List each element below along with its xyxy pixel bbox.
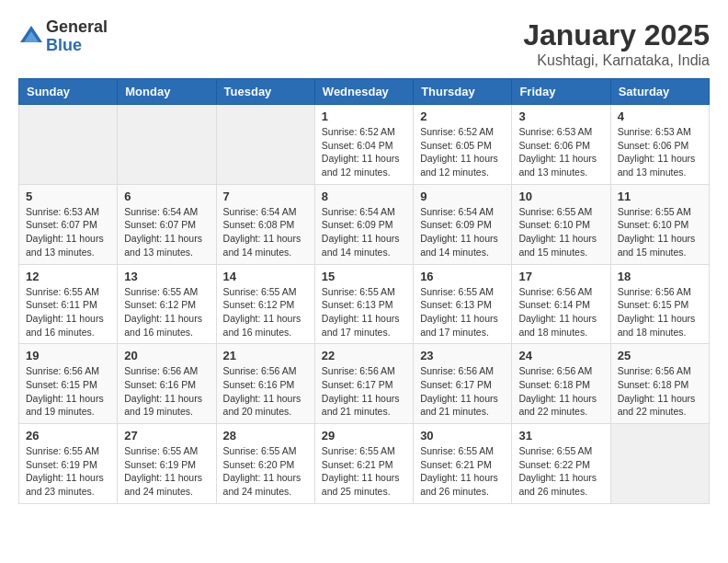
calendar-cell: 3Sunrise: 6:53 AM Sunset: 6:06 PM Daylig… [512, 105, 610, 185]
calendar-cell: 9Sunrise: 6:54 AM Sunset: 6:09 PM Daylig… [414, 184, 512, 264]
day-info: Sunrise: 6:55 AM Sunset: 6:10 PM Dayligh… [518, 205, 603, 259]
calendar-cell [118, 105, 216, 185]
day-info: Sunrise: 6:56 AM Sunset: 6:15 PM Dayligh… [26, 364, 110, 419]
day-number: 2 [420, 109, 505, 123]
calendar-cell: 13Sunrise: 6:55 AM Sunset: 6:12 PM Dayli… [118, 264, 216, 344]
day-number: 24 [518, 349, 603, 362]
calendar-cell [216, 105, 314, 185]
day-info: Sunrise: 6:55 AM Sunset: 6:13 PM Dayligh… [322, 285, 406, 339]
day-info: Sunrise: 6:53 AM Sunset: 6:06 PM Dayligh… [518, 125, 603, 179]
calendar-cell: 28Sunrise: 6:55 AM Sunset: 6:20 PM Dayli… [216, 424, 314, 504]
day-number: 8 [322, 190, 406, 203]
day-number: 17 [518, 270, 603, 283]
day-info: Sunrise: 6:55 AM Sunset: 6:12 PM Dayligh… [223, 285, 308, 339]
day-info: Sunrise: 6:56 AM Sunset: 6:14 PM Dayligh… [518, 285, 603, 339]
calendar-cell: 18Sunrise: 6:56 AM Sunset: 6:15 PM Dayli… [610, 264, 709, 344]
calendar-cell: 21Sunrise: 6:56 AM Sunset: 6:16 PM Dayli… [216, 344, 314, 424]
day-number: 11 [618, 190, 702, 203]
day-number: 28 [223, 429, 308, 442]
day-number: 27 [124, 429, 209, 442]
day-info: Sunrise: 6:55 AM Sunset: 6:19 PM Dayligh… [26, 444, 110, 499]
title-section: January 2025 Kushtagi, Karnataka, India [523, 18, 710, 69]
day-number: 26 [26, 429, 110, 442]
calendar-cell: 8Sunrise: 6:54 AM Sunset: 6:09 PM Daylig… [314, 184, 413, 264]
calendar-week-row: 1Sunrise: 6:52 AM Sunset: 6:04 PM Daylig… [19, 105, 710, 185]
day-info: Sunrise: 6:56 AM Sunset: 6:18 PM Dayligh… [618, 364, 702, 419]
day-number: 19 [26, 349, 110, 362]
day-number: 13 [124, 270, 209, 283]
logo: General Blue [18, 18, 108, 55]
day-info: Sunrise: 6:53 AM Sunset: 6:06 PM Dayligh… [618, 125, 702, 179]
day-info: Sunrise: 6:55 AM Sunset: 6:12 PM Dayligh… [124, 285, 209, 339]
day-number: 5 [26, 190, 110, 203]
calendar-cell: 24Sunrise: 6:56 AM Sunset: 6:18 PM Dayli… [512, 344, 610, 424]
calendar-cell: 12Sunrise: 6:55 AM Sunset: 6:11 PM Dayli… [19, 264, 118, 344]
day-info: Sunrise: 6:55 AM Sunset: 6:10 PM Dayligh… [618, 205, 702, 259]
calendar-cell: 25Sunrise: 6:56 AM Sunset: 6:18 PM Dayli… [610, 344, 709, 424]
logo-blue: Blue [46, 37, 108, 55]
calendar-cell [19, 105, 118, 185]
calendar-cell: 11Sunrise: 6:55 AM Sunset: 6:10 PM Dayli… [610, 184, 709, 264]
calendar-cell: 20Sunrise: 6:56 AM Sunset: 6:16 PM Dayli… [118, 344, 216, 424]
header-tuesday: Tuesday [216, 79, 314, 105]
calendar-cell: 4Sunrise: 6:53 AM Sunset: 6:06 PM Daylig… [610, 105, 709, 185]
day-info: Sunrise: 6:55 AM Sunset: 6:13 PM Dayligh… [420, 285, 505, 339]
calendar-cell: 30Sunrise: 6:55 AM Sunset: 6:21 PM Dayli… [414, 424, 512, 504]
day-info: Sunrise: 6:54 AM Sunset: 6:08 PM Dayligh… [223, 205, 308, 259]
calendar-cell: 7Sunrise: 6:54 AM Sunset: 6:08 PM Daylig… [216, 184, 314, 264]
calendar-week-row: 12Sunrise: 6:55 AM Sunset: 6:11 PM Dayli… [19, 264, 710, 344]
calendar-cell: 19Sunrise: 6:56 AM Sunset: 6:15 PM Dayli… [19, 344, 118, 424]
day-number: 16 [420, 270, 505, 283]
calendar-cell: 15Sunrise: 6:55 AM Sunset: 6:13 PM Dayli… [314, 264, 413, 344]
day-number: 29 [322, 429, 406, 442]
header-sunday: Sunday [19, 79, 118, 105]
logo-icon [18, 24, 44, 50]
day-info: Sunrise: 6:55 AM Sunset: 6:19 PM Dayligh… [124, 444, 209, 499]
day-number: 14 [223, 270, 308, 283]
header-thursday: Thursday [414, 79, 512, 105]
day-info: Sunrise: 6:52 AM Sunset: 6:05 PM Dayligh… [420, 125, 505, 179]
calendar-cell: 22Sunrise: 6:56 AM Sunset: 6:17 PM Dayli… [314, 344, 413, 424]
calendar-cell: 27Sunrise: 6:55 AM Sunset: 6:19 PM Dayli… [118, 424, 216, 504]
logo-text: General Blue [46, 18, 108, 55]
calendar-cell: 14Sunrise: 6:55 AM Sunset: 6:12 PM Dayli… [216, 264, 314, 344]
calendar-cell: 16Sunrise: 6:55 AM Sunset: 6:13 PM Dayli… [414, 264, 512, 344]
day-info: Sunrise: 6:56 AM Sunset: 6:16 PM Dayligh… [124, 364, 209, 419]
calendar-header-row: SundayMondayTuesdayWednesdayThursdayFrid… [19, 79, 710, 105]
calendar-cell: 2Sunrise: 6:52 AM Sunset: 6:05 PM Daylig… [414, 105, 512, 185]
day-number: 10 [518, 190, 603, 203]
calendar-week-row: 26Sunrise: 6:55 AM Sunset: 6:19 PM Dayli… [19, 424, 710, 504]
day-number: 6 [124, 190, 209, 203]
day-number: 22 [322, 349, 406, 362]
calendar-cell [610, 424, 709, 504]
calendar-cell: 1Sunrise: 6:52 AM Sunset: 6:04 PM Daylig… [314, 105, 413, 185]
day-number: 1 [322, 109, 406, 123]
day-info: Sunrise: 6:56 AM Sunset: 6:17 PM Dayligh… [420, 364, 505, 419]
day-number: 31 [518, 429, 603, 442]
calendar-cell: 17Sunrise: 6:56 AM Sunset: 6:14 PM Dayli… [512, 264, 610, 344]
day-number: 23 [420, 349, 505, 362]
calendar-table: SundayMondayTuesdayWednesdayThursdayFrid… [18, 78, 710, 504]
month-title: January 2025 [523, 18, 710, 52]
day-info: Sunrise: 6:56 AM Sunset: 6:15 PM Dayligh… [618, 285, 702, 339]
day-info: Sunrise: 6:55 AM Sunset: 6:21 PM Dayligh… [322, 444, 406, 499]
day-info: Sunrise: 6:54 AM Sunset: 6:09 PM Dayligh… [322, 205, 406, 259]
calendar-week-row: 19Sunrise: 6:56 AM Sunset: 6:15 PM Dayli… [19, 344, 710, 424]
day-number: 12 [26, 270, 110, 283]
day-number: 3 [518, 109, 603, 123]
day-info: Sunrise: 6:52 AM Sunset: 6:04 PM Dayligh… [322, 125, 406, 179]
calendar-cell: 6Sunrise: 6:54 AM Sunset: 6:07 PM Daylig… [118, 184, 216, 264]
header-friday: Friday [512, 79, 610, 105]
day-number: 18 [618, 270, 702, 283]
day-number: 21 [223, 349, 308, 362]
day-number: 4 [618, 109, 702, 123]
day-number: 30 [420, 429, 505, 442]
day-info: Sunrise: 6:53 AM Sunset: 6:07 PM Dayligh… [26, 205, 110, 259]
day-info: Sunrise: 6:55 AM Sunset: 6:22 PM Dayligh… [518, 444, 603, 499]
calendar-cell: 31Sunrise: 6:55 AM Sunset: 6:22 PM Dayli… [512, 424, 610, 504]
day-info: Sunrise: 6:56 AM Sunset: 6:16 PM Dayligh… [223, 364, 308, 419]
page-header: General Blue January 2025 Kushtagi, Karn… [18, 18, 710, 69]
day-info: Sunrise: 6:55 AM Sunset: 6:21 PM Dayligh… [420, 444, 505, 499]
day-number: 7 [223, 190, 308, 203]
header-wednesday: Wednesday [314, 79, 413, 105]
